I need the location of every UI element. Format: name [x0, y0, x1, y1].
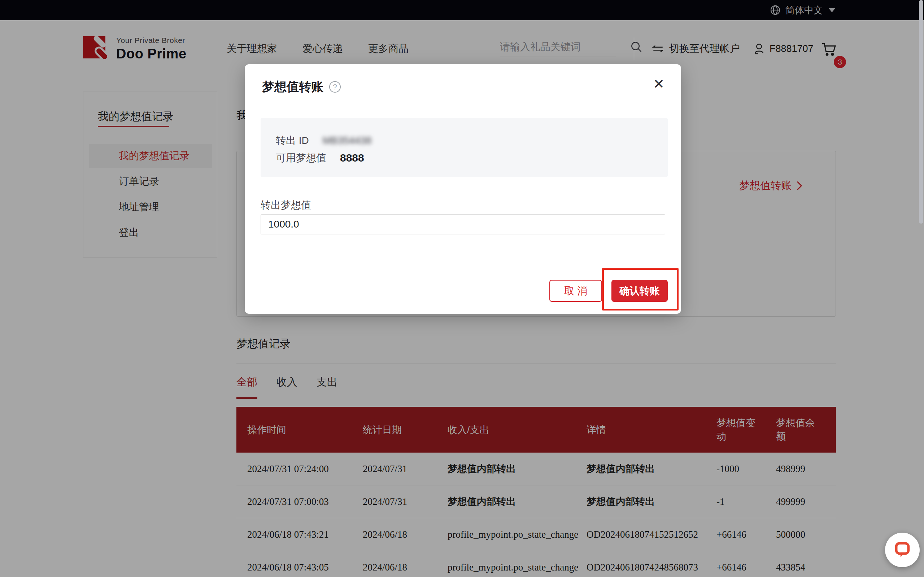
amount-label: 转出梦想值: [261, 198, 311, 212]
transfer-modal: 梦想值转账 ? ✕ 转出 ID MB354438 可用梦想值 8888 转出梦想…: [245, 64, 681, 314]
available-value: 8888: [340, 152, 364, 164]
live-chat-button[interactable]: [885, 533, 920, 567]
close-icon[interactable]: ✕: [653, 77, 664, 91]
cancel-button[interactable]: 取 消: [549, 280, 602, 302]
modal-divider: [254, 102, 671, 102]
help-icon[interactable]: ?: [329, 81, 341, 93]
amount-input[interactable]: [261, 214, 665, 234]
transfer-info-box: 转出 ID MB354438 可用梦想值 8888: [261, 118, 668, 177]
chat-bubble-icon: [893, 540, 912, 560]
modal-title: 梦想值转账: [262, 79, 323, 95]
page: 简体中文 Your Private Broker Doo Prime 关于理想家…: [0, 0, 924, 577]
scrollbar-thumb[interactable]: [919, 0, 923, 224]
available-label: 可用梦想值: [276, 151, 326, 165]
confirm-transfer-button[interactable]: 确认转账: [611, 280, 668, 302]
from-id-value: MB354438: [323, 135, 372, 147]
from-id-label: 转出 ID: [276, 134, 309, 148]
